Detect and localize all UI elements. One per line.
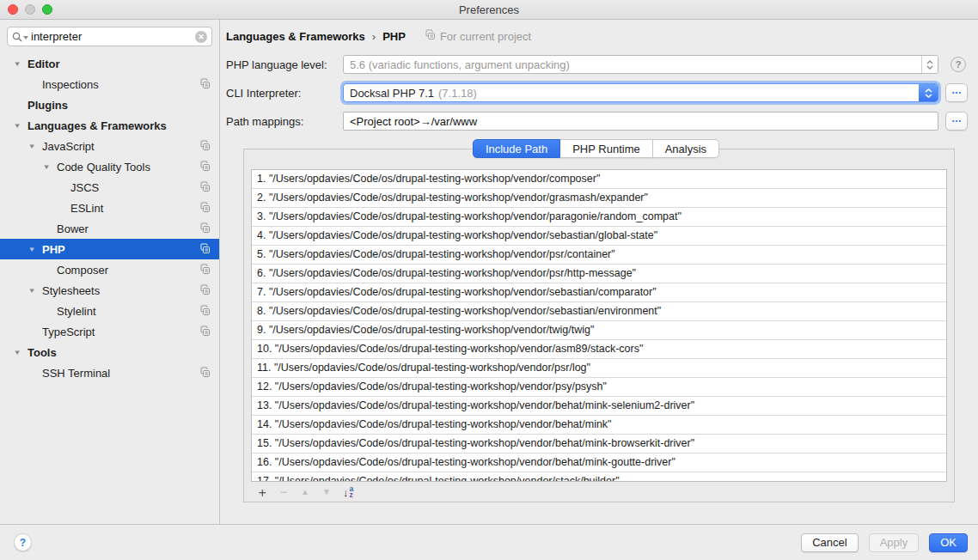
add-path-icon[interactable]: ＋	[255, 484, 269, 501]
project-scope-icon	[199, 243, 211, 257]
expand-triangle-icon[interactable]: ▼	[13, 349, 21, 356]
combo-chevrons-icon	[921, 56, 938, 73]
sidebar-item-tools[interactable]: ▼Tools	[0, 342, 219, 362]
sidebar-item-stylelint[interactable]: Stylelint	[0, 301, 219, 321]
project-scope-icon	[199, 305, 211, 319]
help-button[interactable]: ?	[14, 533, 32, 551]
breadcrumb-current: PHP	[382, 30, 406, 43]
sidebar-item-eslint[interactable]: ESLint	[0, 198, 219, 218]
include-path-row[interactable]: 10. "/Users/opdavies/Code/os/drupal-test…	[252, 340, 946, 359]
window-title: Preferences	[459, 3, 519, 16]
cli-interpreter-select[interactable]: Docksal PHP 7.1 (7.1.18)	[343, 83, 938, 102]
include-path-row[interactable]: 6. "/Users/opdavies/Code/os/drupal-testi…	[252, 265, 946, 283]
sidebar-item-bower[interactable]: Bower	[0, 218, 219, 239]
include-path-row[interactable]: 7. "/Users/opdavies/Code/os/drupal-testi…	[252, 283, 946, 302]
search-field[interactable]: ✕	[7, 27, 212, 46]
move-down-icon: ▼	[320, 484, 333, 501]
minimize-window-button	[25, 4, 35, 15]
ok-button[interactable]: OK	[929, 533, 968, 552]
include-path-row[interactable]: 15. "/Users/opdavies/Code/os/drupal-test…	[252, 435, 946, 453]
browse-interpreters-button[interactable]: …	[945, 83, 968, 102]
include-path-row[interactable]: 2. "/Users/opdavies/Code/os/drupal-testi…	[252, 189, 946, 208]
scope-note-label: For current project	[440, 30, 531, 43]
search-input[interactable]	[31, 30, 195, 43]
cli-interpreter-row: CLI Interpreter: Docksal PHP 7.1 (7.1.18…	[226, 82, 968, 103]
sidebar-item-jscs[interactable]: JSCS	[0, 177, 219, 198]
project-scope-icon	[199, 202, 211, 216]
php-language-level-select: 5.6 (variadic functions, argument unpack…	[343, 55, 938, 74]
expand-triangle-icon[interactable]: ▼	[42, 163, 50, 171]
expand-triangle-icon[interactable]: ▼	[28, 143, 35, 150]
settings-tree: ▼Editor Inspections Plugins ▼Languages &…	[0, 53, 219, 383]
include-path-row[interactable]: 17. "/Users/opdavies/Code/os/drupal-test…	[252, 472, 946, 482]
cancel-button[interactable]: Cancel	[801, 533, 858, 552]
scope-note: For current project	[425, 29, 531, 43]
project-scope-icon	[199, 78, 211, 92]
help-icon[interactable]: ?	[950, 57, 966, 72]
move-up-icon: ▲	[298, 484, 312, 501]
sidebar-item-javascript[interactable]: ▼JavaScript	[0, 136, 219, 156]
include-path-row[interactable]: 3. "/Users/opdavies/Code/os/drupal-testi…	[252, 208, 946, 227]
sidebar-item-code-quality-tools[interactable]: ▼Code Quality Tools	[0, 156, 219, 177]
tab-analysis[interactable]: Analysis	[652, 139, 719, 158]
include-path-row[interactable]: 1. "/Users/opdavies/Code/os/drupal-testi…	[252, 170, 946, 189]
include-path-list: 1. "/Users/opdavies/Code/os/drupal-testi…	[251, 169, 947, 482]
breadcrumb: Languages & Frameworks › PHP For current…	[226, 28, 968, 44]
include-path-row[interactable]: 12. "/Users/opdavies/Code/os/drupal-test…	[252, 378, 946, 397]
include-path-row[interactable]: 16. "/Users/opdavies/Code/os/drupal-test…	[252, 453, 946, 472]
title-bar: Preferences	[0, 0, 978, 20]
preferences-window: Preferences ✕ ▼Editor Inspections Plugin…	[0, 0, 978, 560]
sidebar-item-typescript[interactable]: TypeScript	[0, 321, 219, 342]
combo-chevrons-icon[interactable]	[919, 84, 938, 101]
apply-button: Apply	[869, 533, 920, 552]
cli-interpreter-label: CLI Interpreter:	[226, 87, 343, 100]
project-scope-icon	[199, 284, 211, 298]
expand-triangle-icon[interactable]: ▼	[28, 246, 35, 253]
close-window-button[interactable]	[8, 4, 18, 15]
remove-path-icon: −	[277, 484, 290, 501]
sidebar-item-plugins[interactable]: Plugins	[0, 94, 219, 115]
sidebar-item-php[interactable]: ▼PHP	[0, 239, 219, 259]
project-scope-icon	[425, 29, 436, 43]
settings-main-pane: Languages & Frameworks › PHP For current…	[220, 20, 978, 524]
settings-tabs: Include Path PHP Runtime Analysis	[224, 139, 968, 158]
include-path-row[interactable]: 9. "/Users/opdavies/Code/os/drupal-testi…	[252, 321, 946, 340]
sidebar-item-ssh-terminal[interactable]: SSH Terminal	[0, 362, 219, 383]
project-scope-icon	[199, 181, 211, 195]
search-options-caret-icon[interactable]	[23, 36, 28, 40]
zoom-window-button[interactable]	[42, 4, 52, 15]
clear-search-icon[interactable]: ✕	[195, 31, 207, 43]
project-scope-icon	[199, 264, 211, 277]
include-path-row[interactable]: 4. "/Users/opdavies/Code/os/drupal-testi…	[252, 227, 946, 246]
project-scope-icon	[199, 161, 211, 174]
expand-triangle-icon[interactable]: ▼	[13, 60, 21, 68]
breadcrumb-parent[interactable]: Languages & Frameworks	[226, 30, 365, 43]
include-path-row[interactable]: 8. "/Users/opdavies/Code/os/drupal-testi…	[252, 302, 946, 321]
sidebar-item-composer[interactable]: Composer	[0, 259, 219, 280]
settings-sidebar: ✕ ▼Editor Inspections Plugins ▼Languages…	[0, 20, 220, 524]
php-language-level-label: PHP language level:	[226, 58, 343, 71]
tab-include-path[interactable]: Include Path	[473, 139, 560, 158]
sidebar-item-languages-frameworks[interactable]: ▼Languages & Frameworks	[0, 115, 219, 136]
include-path-row[interactable]: 13. "/Users/opdavies/Code/os/drupal-test…	[252, 397, 946, 416]
path-mappings-label: Path mappings:	[226, 115, 343, 128]
dialog-footer: ? Cancel Apply OK	[0, 524, 978, 560]
project-scope-icon	[199, 326, 211, 339]
breadcrumb-separator-icon: ›	[372, 30, 376, 43]
search-icon	[12, 32, 22, 42]
path-mappings-row: Path mappings: <Project root>→/var/www …	[226, 111, 968, 131]
sidebar-item-editor[interactable]: ▼Editor	[0, 53, 219, 74]
sort-alphabetically-icon[interactable]: ↓ az	[343, 486, 353, 499]
list-toolbar: ＋ − ▲ ▼ ↓ az	[251, 482, 947, 502]
expand-triangle-icon[interactable]: ▼	[13, 122, 21, 130]
expand-triangle-icon[interactable]: ▼	[28, 287, 35, 295]
include-path-row[interactable]: 14. "/Users/opdavies/Code/os/drupal-test…	[252, 416, 946, 435]
sidebar-item-stylesheets[interactable]: ▼Stylesheets	[0, 280, 219, 301]
include-path-row[interactable]: 5. "/Users/opdavies/Code/os/drupal-testi…	[252, 246, 946, 265]
project-scope-icon	[199, 367, 211, 380]
sidebar-item-inspections[interactable]: Inspections	[0, 74, 219, 94]
edit-path-mappings-button[interactable]: …	[945, 112, 968, 131]
tab-php-runtime[interactable]: PHP Runtime	[559, 139, 653, 158]
include-path-row[interactable]: 11. "/Users/opdavies/Code/os/drupal-test…	[252, 359, 946, 378]
php-language-level-row: PHP language level: 5.6 (variadic functi…	[226, 54, 968, 75]
